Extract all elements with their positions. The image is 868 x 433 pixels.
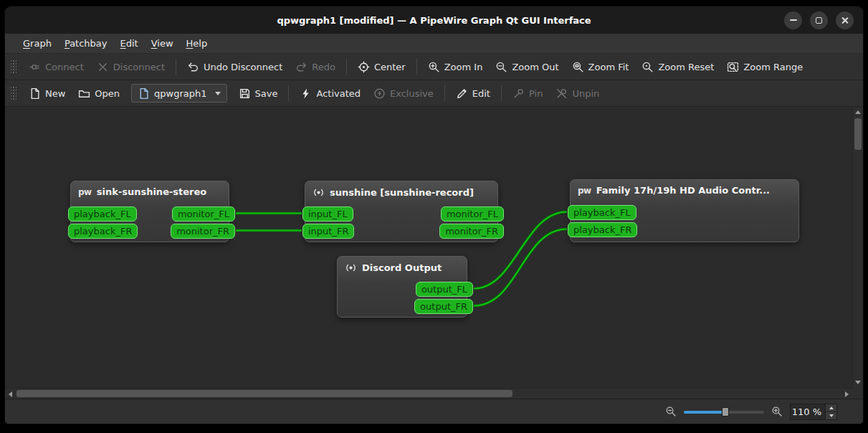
app-window: qpwgraph1 [modified] — A PipeWire Graph … <box>4 6 864 424</box>
open-button[interactable]: Open <box>72 84 125 103</box>
pipewire-icon: pw <box>78 187 92 197</box>
port-output[interactable]: monitor_FL <box>441 206 504 222</box>
port-output[interactable]: output_FR <box>414 299 473 314</box>
port-output[interactable]: monitor_FR <box>171 224 235 239</box>
statusbar: 110 % <box>5 399 863 424</box>
arrow-right-icon <box>845 391 849 397</box>
maximize-button[interactable] <box>810 11 828 29</box>
port-input[interactable]: playback_FR <box>568 222 637 237</box>
menubar: Graph Patchbay Edit View Help <box>5 34 863 54</box>
menu-view[interactable]: View <box>145 34 180 53</box>
vertical-scroll-thumb[interactable] <box>854 118 862 150</box>
scroll-left-button[interactable] <box>5 389 16 399</box>
new-button[interactable]: New <box>23 84 71 103</box>
zoom-reset-button[interactable]: Zoom Reset <box>636 57 720 77</box>
open-folder-icon <box>78 87 90 100</box>
node-header: pw sink-sunshine-stereo <box>71 181 229 197</box>
node-family-hd-audio[interactable]: pw Family 17h/19h HD Audio Contr... play… <box>570 179 799 242</box>
zoom-reset-icon <box>642 61 654 73</box>
toolbar-drag-handle[interactable] <box>11 85 16 101</box>
undo-disconnect-button[interactable]: Undo Disconnect <box>181 57 288 77</box>
port-output[interactable]: output_FL <box>416 282 473 297</box>
port-input[interactable]: playback_FL <box>568 205 636 220</box>
center-button[interactable]: Center <box>352 57 411 77</box>
minimize-button[interactable] <box>784 11 802 29</box>
zoom-in-icon[interactable] <box>771 406 783 417</box>
toolbar-separator <box>444 85 445 101</box>
menu-patchbay[interactable]: Patchbay <box>58 34 114 53</box>
zoom-in-icon <box>428 61 440 73</box>
zoom-range-icon <box>727 61 739 73</box>
port-output[interactable]: monitor_FL <box>172 206 235 222</box>
slider-handle[interactable] <box>722 407 729 417</box>
zoom-fit-icon <box>572 61 584 73</box>
menu-help[interactable]: Help <box>180 34 214 53</box>
toolbar-separator <box>288 85 289 101</box>
node-title: Discord Output <box>362 262 442 273</box>
port-output[interactable]: monitor_FR <box>439 224 504 239</box>
pin-icon <box>512 87 525 100</box>
connect-button[interactable]: Connect <box>23 57 90 77</box>
spin-down-button[interactable] <box>826 411 836 419</box>
maximize-icon <box>816 17 822 24</box>
node-header: sunshine [sunshine-record] <box>305 181 497 199</box>
zoom-out-icon <box>495 61 507 73</box>
zoom-range-button[interactable]: Zoom Range <box>721 57 809 77</box>
horizontal-scrollbar[interactable] <box>5 388 852 399</box>
slider-fill <box>684 411 725 414</box>
window-controls <box>784 6 854 34</box>
scroll-up-button[interactable] <box>852 107 863 118</box>
node-sunshine-record[interactable]: sunshine [sunshine-record] input_FL inpu… <box>305 181 498 242</box>
unpin-button[interactable]: Unpin <box>550 84 605 103</box>
file-toolbar: New Open qpwgraph1 Save Activated Exclus… <box>5 80 863 107</box>
exclusive-icon <box>373 87 386 100</box>
node-header: Discord Output <box>338 257 467 274</box>
scroll-down-button[interactable] <box>852 377 863 388</box>
scrollbar-corner <box>852 388 863 399</box>
scroll-right-button[interactable] <box>841 389 852 399</box>
disconnect-icon <box>97 61 109 73</box>
node-sink-sunshine-stereo[interactable]: pw sink-sunshine-stereo playback_FL play… <box>70 181 229 242</box>
session-file-icon <box>138 87 150 100</box>
graph-canvas[interactable]: pw sink-sunshine-stereo playback_FL play… <box>5 107 863 399</box>
titlebar[interactable]: qpwgraph1 [modified] — A PipeWire Graph … <box>5 6 863 34</box>
arrow-down-icon <box>829 414 834 417</box>
edit-toggle[interactable]: Edit <box>450 84 496 103</box>
port-input[interactable]: playback_FL <box>68 206 137 222</box>
port-input[interactable]: input_FR <box>302 224 354 239</box>
save-icon <box>239 87 251 100</box>
activated-toggle[interactable]: Activated <box>294 84 366 103</box>
save-button[interactable]: Save <box>233 84 284 103</box>
zoom-slider[interactable] <box>684 406 764 417</box>
window-title: qpwgraph1 [modified] — A PipeWire Graph … <box>277 15 591 26</box>
zoom-out-button[interactable]: Zoom Out <box>490 57 564 77</box>
horizontal-scroll-thumb[interactable] <box>16 390 512 397</box>
center-icon <box>358 61 370 73</box>
zoom-spinbox[interactable]: 110 % <box>790 404 837 420</box>
arrow-up-icon <box>855 110 861 114</box>
exclusive-toggle[interactable]: Exclusive <box>368 84 439 103</box>
zoom-in-button[interactable]: Zoom In <box>422 57 489 77</box>
menu-graph[interactable]: Graph <box>16 34 58 53</box>
zoom-out-icon[interactable] <box>665 406 677 417</box>
port-input[interactable]: input_FL <box>302 206 353 222</box>
close-button[interactable] <box>836 11 854 29</box>
node-discord-output[interactable]: Discord Output output_FL output_FR <box>337 256 467 318</box>
pin-button[interactable]: Pin <box>507 84 548 103</box>
session-combo[interactable]: qpwgraph1 <box>131 84 226 103</box>
toolbar-separator <box>416 59 417 75</box>
chevron-down-icon <box>215 92 221 95</box>
zoom-value[interactable]: 110 % <box>791 404 825 419</box>
toolbar-drag-handle[interactable] <box>11 59 16 75</box>
record-icon <box>345 262 357 274</box>
vertical-scrollbar[interactable] <box>852 107 863 388</box>
redo-button[interactable]: Redo <box>290 57 341 77</box>
graph-area[interactable]: pw sink-sunshine-stereo playback_FL play… <box>5 107 852 388</box>
spin-up-button[interactable] <box>826 404 836 411</box>
port-input[interactable]: playback_FR <box>68 224 138 239</box>
unpin-icon <box>555 87 568 100</box>
disconnect-button[interactable]: Disconnect <box>91 57 171 77</box>
menu-edit[interactable]: Edit <box>114 34 145 53</box>
node-title: Family 17h/19h HD Audio Contr... <box>596 185 770 196</box>
zoom-fit-button[interactable]: Zoom Fit <box>566 57 635 77</box>
